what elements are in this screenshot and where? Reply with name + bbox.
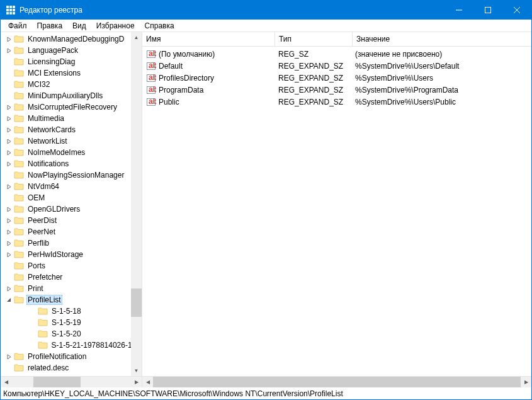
tree-item[interactable]: NetworkCards [1,124,142,135]
scroll-down-button[interactable]: ▼ [131,365,142,376]
scroll-right-button[interactable]: ▶ [521,377,531,387]
cell-name: abProfilesDirectory [142,73,274,83]
expand-icon[interactable] [6,127,13,133]
tree-item[interactable]: OEM [1,192,142,203]
tree-item[interactable]: PeerNet [1,226,142,237]
scroll-up-button[interactable]: ▲ [131,32,142,43]
window-controls [444,1,531,20]
list-row[interactable]: abPublicREG_EXPAND_SZ%SystemDrive%\Users… [142,96,531,108]
column-header-type[interactable]: Тип [275,32,352,46]
tree-item-label: MCI Extensions [26,69,82,77]
tree-item[interactable]: NetworkList [1,135,142,147]
list-header: Имя Тип Значение [142,32,531,47]
scroll-thumb[interactable] [153,377,521,387]
menu-help[interactable]: Справка [140,20,179,31]
expand-icon[interactable] [6,184,13,190]
tree-item[interactable]: MCI32 [1,79,142,90]
expand-icon[interactable] [6,139,13,144]
tree-item[interactable]: S-1-5-18 [1,306,142,317]
expand-icon[interactable] [6,354,13,360]
expand-icon[interactable] [6,252,13,258]
folder-icon [38,340,49,350]
scroll-thumb[interactable] [131,289,142,317]
cell-name: abProgramData [142,85,274,95]
tree-item[interactable]: LanguagePack [1,45,142,56]
column-header-value[interactable]: Значение [353,32,531,46]
tree-item[interactable]: OpenGLDrivers [1,203,142,215]
tree-item[interactable]: Multimedia [1,113,142,124]
scroll-track[interactable] [153,377,521,387]
list-horizontal-scrollbar[interactable]: ◀ ▶ [142,376,531,387]
expand-icon[interactable] [6,161,13,167]
menu-view[interactable]: Вид [67,20,91,31]
tree-item-label: LicensingDiag [26,57,76,66]
svg-rect-7 [9,12,12,14]
tree-item[interactable]: S-1-5-21-1978814026-129 [1,340,142,351]
scroll-track[interactable] [131,43,142,365]
tree-item[interactable]: MCI Extensions [1,67,142,79]
tree-item[interactable]: Notifications [1,158,142,169]
expand-icon[interactable] [6,286,13,292]
expand-icon[interactable] [6,207,13,212]
scroll-track[interactable] [11,377,131,387]
svg-rect-36 [153,101,155,102]
tree-item[interactable]: NowPlayingSessionManager [1,169,142,181]
string-value-icon: ab [146,49,156,59]
tree-item-label: PeerNet [26,227,57,236]
tree-item[interactable]: PeerDist [1,215,142,226]
tree-item[interactable]: Perflib [1,237,142,249]
scroll-thumb[interactable] [33,377,81,387]
menu-file[interactable]: Файл [3,20,32,31]
expand-icon[interactable] [6,241,13,246]
tree-item[interactable]: S-1-5-20 [1,328,142,340]
tree-item[interactable]: MsiCorruptedFileRecovery [1,101,142,113]
maximize-button[interactable] [473,1,502,20]
tree-item[interactable]: S-1-5-19 [1,317,142,328]
collapse-icon[interactable] [6,297,13,303]
folder-icon [14,249,25,260]
tree-item[interactable]: KnownManagedDebuggingD [1,33,142,45]
folder-icon [14,351,25,362]
expand-icon[interactable] [6,150,13,156]
menu-edit[interactable]: Правка [32,20,68,31]
tree-item[interactable]: MiniDumpAuxiliaryDlls [1,90,142,101]
string-value-icon: ab [146,97,156,107]
scroll-left-button[interactable]: ◀ [1,377,11,387]
tree-item-label: KnownManagedDebuggingD [26,35,125,43]
tree-item[interactable]: ProfileList [1,294,142,306]
tree-item[interactable]: NoImeModeImes [1,147,142,158]
tree-horizontal-scrollbar[interactable]: ◀ ▶ [1,376,142,387]
tree-item-label: OEM [26,193,46,202]
value-name: ProgramData [159,86,203,94]
tree-item[interactable]: LicensingDiag [1,56,142,67]
cell-name: abDefault [142,61,274,71]
tree-item[interactable]: Print [1,283,142,294]
tree-vertical-scrollbar[interactable]: ▲ ▼ [131,32,142,376]
expand-icon[interactable] [6,37,13,42]
expand-icon[interactable] [6,218,13,224]
column-header-name[interactable]: Имя [142,32,274,46]
list-row[interactable]: ab(По умолчанию)REG_SZ(значение не присв… [142,48,531,60]
scroll-right-button[interactable]: ▶ [131,377,142,387]
expand-icon[interactable] [6,229,13,235]
list-row[interactable]: abProgramDataREG_EXPAND_SZ%SystemDrive%\… [142,84,531,96]
tree-item[interactable]: Prefetcher [1,271,142,283]
tree-item-label: NoImeModeImes [26,148,86,157]
folder-icon [38,306,49,316]
list-row[interactable]: abProfilesDirectoryREG_EXPAND_SZ%SystemD… [142,72,531,84]
tree-item[interactable]: NtVdm64 [1,181,142,192]
tree-item[interactable]: related.desc [1,362,142,374]
expand-icon[interactable] [6,48,13,54]
tree-item[interactable]: PerHwIdStorage [1,249,142,260]
expand-icon[interactable] [6,105,13,110]
window-title: Редактор реестра [20,6,444,14]
close-button[interactable] [502,1,531,20]
expand-icon[interactable] [6,116,13,122]
tree-item[interactable]: ProfileNotification [1,351,142,362]
scroll-left-button[interactable]: ◀ [142,377,153,387]
minimize-button[interactable] [444,1,473,20]
tree-item[interactable]: Ports [1,260,142,271]
svg-rect-26 [153,77,155,78]
list-row[interactable]: abDefaultREG_EXPAND_SZ%SystemDrive%\User… [142,60,531,72]
menu-favorites[interactable]: Избранное [91,20,140,31]
